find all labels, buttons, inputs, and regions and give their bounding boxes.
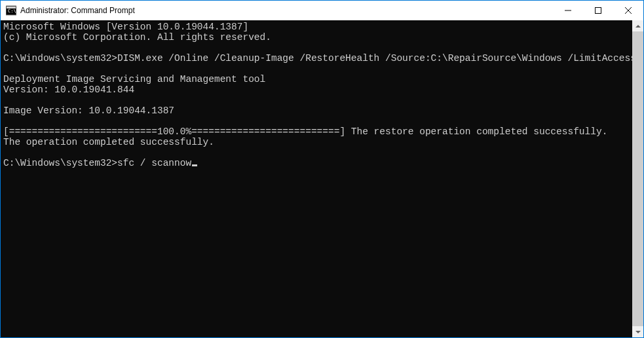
terminal-line: Image Version: 10.0.19044.1387: [3, 105, 630, 116]
command-prompt-window: C:\ Administrator: Command Prompt Micros…: [0, 0, 644, 338]
cursor: [192, 164, 197, 166]
terminal-line: [3, 147, 630, 158]
terminal-line: C:\Windows\system32>DISM.exe /Online /Cl…: [3, 53, 630, 64]
terminal[interactable]: Microsoft Windows [Version 10.0.19044.13…: [1, 20, 632, 337]
terminal-line: Version: 10.0.19041.844: [3, 84, 630, 95]
vertical-scrollbar[interactable]: [632, 20, 643, 337]
terminal-line: [3, 116, 630, 126]
cmd-icon: C:\: [6, 5, 16, 16]
terminal-line: [3, 43, 630, 53]
svg-marker-8: [635, 331, 641, 333]
scroll-thumb[interactable]: [632, 31, 643, 326]
svg-text:C:\: C:\: [8, 9, 16, 14]
close-button[interactable]: [613, 1, 643, 20]
scroll-up-button[interactable]: [632, 20, 643, 31]
content-area: Microsoft Windows [Version 10.0.19044.13…: [1, 20, 643, 337]
terminal-line: [==========================100.0%=======…: [3, 126, 630, 137]
svg-rect-4: [596, 8, 601, 14]
terminal-input[interactable]: sfc / scannow: [117, 158, 191, 168]
terminal-line: [3, 95, 630, 105]
terminal-line: (c) Microsoft Corporation. All rights re…: [3, 32, 630, 43]
window-controls: [553, 1, 643, 20]
terminal-line: Deployment Image Servicing and Managemen…: [3, 74, 630, 84]
titlebar[interactable]: C:\ Administrator: Command Prompt: [1, 1, 643, 20]
maximize-button[interactable]: [583, 1, 613, 20]
terminal-line: [3, 64, 630, 74]
scroll-track[interactable]: [632, 31, 643, 326]
terminal-current-line[interactable]: C:\Windows\system32>sfc / scannow: [3, 158, 630, 168]
window-title: Administrator: Command Prompt: [20, 6, 135, 15]
terminal-line: Microsoft Windows [Version 10.0.19044.13…: [3, 22, 630, 32]
minimize-button[interactable]: [553, 1, 583, 20]
scroll-down-button[interactable]: [632, 326, 643, 337]
svg-marker-7: [635, 25, 641, 28]
terminal-prompt: C:\Windows\system32>: [3, 158, 117, 168]
terminal-line: The operation completed successfully.: [3, 137, 630, 147]
